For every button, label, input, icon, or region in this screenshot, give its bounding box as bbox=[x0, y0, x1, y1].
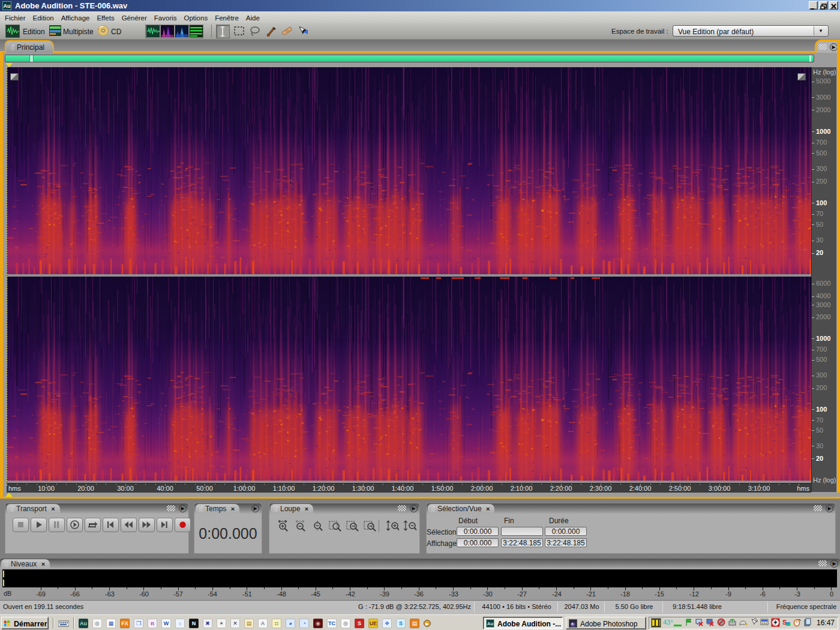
svg-text:AB: AB bbox=[787, 623, 791, 626]
